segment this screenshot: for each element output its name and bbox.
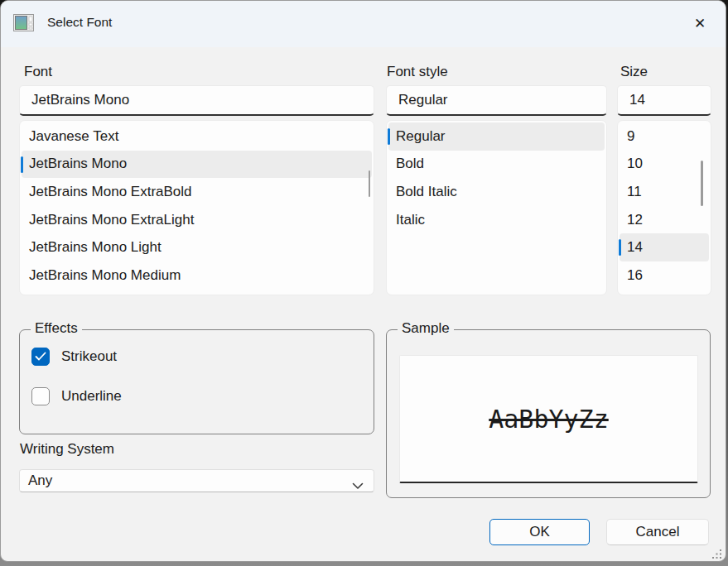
font-name-input[interactable] xyxy=(19,85,374,116)
list-item[interactable]: 9 xyxy=(620,122,709,151)
list-item[interactable]: JetBrains Mono NL xyxy=(22,290,372,295)
font-style-input[interactable] xyxy=(386,85,607,116)
effect-option-row: Underline xyxy=(31,387,122,405)
effect-option-row: Strikeout xyxy=(31,348,122,366)
effect-option-label[interactable]: Strikeout xyxy=(61,348,117,365)
close-button[interactable]: ✕ xyxy=(686,11,714,36)
effects-options: StrikeoutUnderline xyxy=(31,348,122,427)
ok-button[interactable]: OK xyxy=(489,519,590,545)
list-item[interactable]: Italic xyxy=(388,206,605,234)
font-style-list[interactable]: RegularBoldBold ItalicItalic xyxy=(386,120,607,295)
effect-option-label[interactable]: Underline xyxy=(61,388,122,405)
list-item[interactable]: Bold xyxy=(388,151,605,179)
select-font-dialog: Select Font ✕ Font Font style Size Javan… xyxy=(0,0,726,562)
list-item[interactable]: JetBrains Mono ExtraBold xyxy=(22,178,372,206)
effects-group-label: Effects xyxy=(31,320,82,337)
checkbox-checked-icon[interactable] xyxy=(31,348,50,366)
writing-system-label: Writing System xyxy=(20,441,114,458)
font-label: Font xyxy=(24,64,52,80)
font-list-scrollbar[interactable] xyxy=(369,170,370,197)
list-item[interactable]: JetBrains Mono Medium xyxy=(22,261,372,290)
size-label: Size xyxy=(620,64,648,80)
list-item[interactable]: 16 xyxy=(620,261,709,290)
cancel-button[interactable]: Cancel xyxy=(606,519,709,545)
list-item[interactable]: Javanese Text xyxy=(22,122,372,151)
list-item[interactable]: 11 xyxy=(620,178,709,206)
window-title: Select Font xyxy=(47,15,112,30)
chevron-down-icon xyxy=(352,477,364,494)
sample-group-label: Sample xyxy=(398,320,454,337)
list-item[interactable]: JetBrains Mono ExtraLight xyxy=(22,206,372,234)
size-list-scrollbar[interactable] xyxy=(701,161,703,206)
writing-system-value: Any xyxy=(28,472,52,489)
sample-group: Sample AaBbYyZz xyxy=(386,329,711,498)
titlebar[interactable]: Select Font ✕ xyxy=(1,1,726,47)
font-style-label: Font style xyxy=(387,64,448,80)
size-input[interactable] xyxy=(617,85,711,116)
writing-system-select[interactable]: Any xyxy=(19,469,374,492)
list-item[interactable]: JetBrains Mono xyxy=(22,151,372,179)
list-item[interactable]: JetBrains Mono Light xyxy=(22,233,372,261)
resize-grip[interactable] xyxy=(711,548,722,559)
list-item[interactable]: 10 xyxy=(620,151,709,179)
checkbox-unchecked-icon[interactable] xyxy=(31,387,50,405)
list-item[interactable]: 14 xyxy=(620,233,709,261)
font-list[interactable]: Javanese TextJetBrains MonoJetBrains Mon… xyxy=(19,120,374,295)
desktop-background: Select Font ✕ Font Font style Size Javan… xyxy=(0,0,728,566)
list-item[interactable]: Regular xyxy=(388,122,605,151)
size-list[interactable]: 9101112141618 xyxy=(617,120,711,295)
close-icon: ✕ xyxy=(694,15,706,32)
list-item[interactable]: 12 xyxy=(620,206,709,234)
app-icon xyxy=(13,14,34,31)
list-item[interactable]: Bold Italic xyxy=(388,178,605,206)
list-item[interactable]: 18 xyxy=(620,290,709,295)
effects-group: Effects StrikeoutUnderline xyxy=(19,329,374,434)
sample-text: AaBbYyZz xyxy=(489,405,609,434)
sample-preview-panel: AaBbYyZz xyxy=(399,355,698,483)
